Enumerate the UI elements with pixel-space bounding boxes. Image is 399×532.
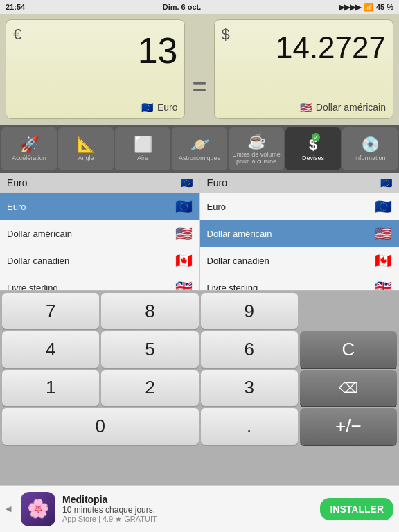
planet-icon: 🪐 bbox=[190, 136, 209, 154]
key-8[interactable]: 8 bbox=[101, 293, 198, 329]
list-item[interactable]: Dollar canadien 🇨🇦 bbox=[0, 247, 200, 274]
list-item[interactable]: Dollar américain 🇺🇸 bbox=[0, 220, 200, 247]
key-0[interactable]: 0 bbox=[2, 408, 199, 444]
key-6[interactable]: 6 bbox=[201, 331, 298, 367]
key-decimal[interactable]: . bbox=[201, 408, 298, 444]
left-list-header: Euro 🇪🇺 bbox=[0, 173, 200, 193]
tab-aire[interactable]: ⬜ Aire bbox=[115, 127, 170, 170]
left-currency-label: 🇪🇺 Euro bbox=[13, 102, 177, 113]
area-icon: ⬜ bbox=[134, 136, 152, 154]
tab-information-label: Information bbox=[354, 155, 385, 162]
ad-arrow-icon: ◀ bbox=[6, 504, 11, 513]
ad-app-icon: 🌸 bbox=[21, 492, 55, 526]
list-item[interactable]: Dollar américain 🇺🇸 bbox=[200, 220, 400, 247]
left-header-flag: 🇪🇺 bbox=[181, 177, 193, 188]
ad-install-button[interactable]: INSTALLER bbox=[320, 498, 393, 520]
key-1[interactable]: 1 bbox=[2, 370, 99, 406]
ad-banner: ◀ 🌸 Meditopia 10 minutes chaque jours. A… bbox=[0, 485, 399, 532]
tab-aire-label: Aire bbox=[137, 155, 148, 162]
ad-subtitle: 10 minutes chaque jours. bbox=[62, 505, 313, 515]
key-3[interactable]: 3 bbox=[201, 370, 298, 406]
list-item[interactable]: Dollar canadien 🇨🇦 bbox=[200, 247, 400, 274]
list-item[interactable]: Livre sterling 🇬🇧 bbox=[0, 274, 200, 290]
right-currency-symbol: $ bbox=[222, 26, 230, 44]
right-display-value: 14.2727 bbox=[222, 33, 386, 63]
tab-astronomiques-label: Astronomiques bbox=[179, 155, 220, 162]
signal-icon: ▶▶▶▶ bbox=[339, 3, 361, 12]
status-bar: 21:54 Dim. 6 oct. ▶▶▶▶ 📶 45 % bbox=[0, 0, 399, 14]
right-currency-list: Euro 🇪🇺 Euro 🇪🇺 Dollar américain 🇺🇸 Doll… bbox=[200, 173, 400, 290]
key-9[interactable]: 9 bbox=[201, 293, 298, 329]
list-item[interactable]: Euro 🇪🇺 bbox=[200, 193, 400, 220]
left-flag: 🇪🇺 bbox=[141, 102, 153, 113]
key-plusminus[interactable]: +/− bbox=[300, 408, 397, 444]
rocket-icon: 🚀 bbox=[20, 136, 39, 154]
key-7[interactable]: 7 bbox=[2, 293, 99, 329]
right-flag: 🇺🇸 bbox=[300, 102, 312, 113]
right-display-panel[interactable]: $ 14.2727 🇺🇸 Dollar américain bbox=[214, 19, 393, 119]
ad-text-block: Meditopia 10 minutes chaque jours. App S… bbox=[62, 494, 313, 524]
key-2[interactable]: 2 bbox=[101, 370, 198, 406]
list-item[interactable]: Livre sterling 🇬🇧 bbox=[200, 274, 400, 290]
key-empty bbox=[300, 293, 397, 329]
left-display-value: 13 bbox=[13, 33, 177, 69]
left-currency-symbol: € bbox=[13, 26, 21, 44]
disc-icon: 💿 bbox=[361, 136, 380, 154]
ad-title: Meditopia bbox=[62, 494, 313, 505]
tab-astronomiques[interactable]: 🪐 Astronomiques bbox=[172, 127, 227, 170]
tab-volume[interactable]: ☕ Unités de volume pour la cuisine bbox=[229, 127, 284, 170]
keypad: 7 8 9 4 5 6 C 1 2 3 ⌫ 0 . +/− bbox=[0, 291, 399, 485]
tab-volume-label: Unités de volume pour la cuisine bbox=[230, 152, 283, 166]
right-currency-label: 🇺🇸 Dollar américain bbox=[222, 102, 386, 113]
tab-devises-label: Devises bbox=[302, 155, 324, 162]
key-5[interactable]: 5 bbox=[101, 331, 198, 367]
tab-information[interactable]: 💿 Information bbox=[342, 127, 398, 170]
left-display-panel[interactable]: € 13 🇪🇺 Euro bbox=[6, 19, 185, 119]
tab-devises[interactable]: $ ✓ Devises bbox=[285, 127, 341, 170]
key-clear[interactable]: C bbox=[300, 331, 397, 367]
tab-angle-label: Angle bbox=[78, 155, 94, 162]
key-4[interactable]: 4 bbox=[2, 331, 99, 367]
wifi-icon: 📶 bbox=[364, 3, 373, 12]
tab-acceleration[interactable]: 🚀 Accélération bbox=[1, 127, 57, 170]
list-item[interactable]: Euro 🇪🇺 bbox=[0, 193, 200, 220]
tab-acceleration-label: Accélération bbox=[12, 155, 46, 162]
coffee-icon: ☕ bbox=[247, 132, 266, 150]
category-tabs: 🚀 Accélération 📐 Angle ⬜ Aire 🪐 Astronom… bbox=[0, 125, 399, 173]
currency-lists: Euro 🇪🇺 Euro 🇪🇺 Dollar américain 🇺🇸 Doll… bbox=[0, 173, 399, 291]
status-time: 21:54 bbox=[6, 3, 25, 11]
key-backspace[interactable]: ⌫ bbox=[300, 370, 397, 406]
ad-meta: App Store | 4.9 ★ GRATUIT bbox=[62, 515, 313, 524]
left-currency-list: Euro 🇪🇺 Euro 🇪🇺 Dollar américain 🇺🇸 Doll… bbox=[0, 173, 200, 290]
tab-angle[interactable]: 📐 Angle bbox=[58, 127, 114, 170]
battery-icon: 45 % bbox=[376, 3, 393, 11]
right-list-header: Euro 🇪🇺 bbox=[200, 173, 400, 193]
active-check: ✓ bbox=[312, 133, 320, 141]
status-date: Dim. 6 oct. bbox=[163, 3, 202, 11]
right-header-flag: 🇪🇺 bbox=[380, 177, 392, 188]
equals-sign: = bbox=[190, 54, 208, 119]
angle-icon: 📐 bbox=[77, 136, 96, 154]
display-area: € 13 🇪🇺 Euro = $ 14.2727 🇺🇸 Dollar améri… bbox=[0, 14, 399, 125]
